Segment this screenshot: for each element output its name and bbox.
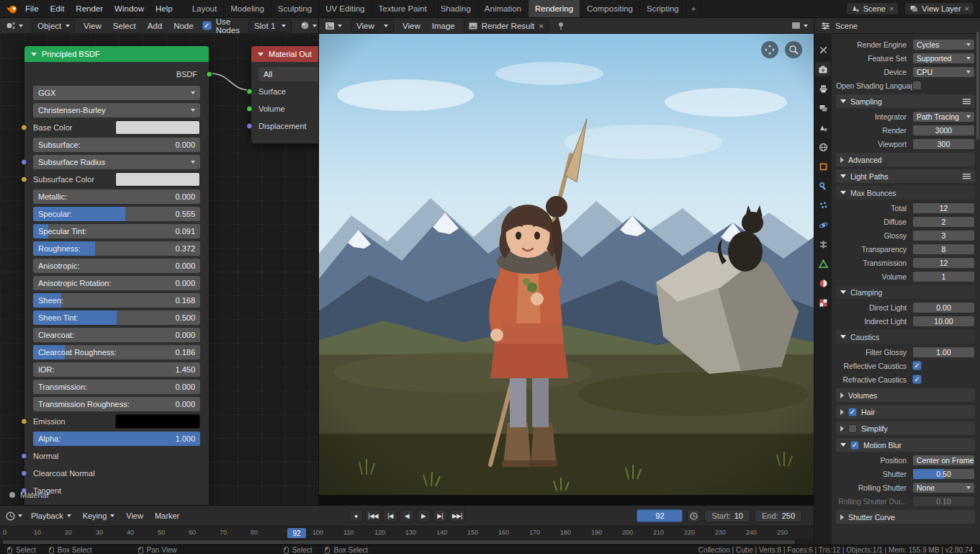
principled-bsdf-node[interactable]: Principled BSDF BSDF GGXChristensen-Burl… [24,45,210,505]
node-row-sheen-tint[interactable]: Sheen Tint:0.500 [33,310,200,325]
node-row-anisotropic-rotation[interactable]: Anisotropic Rotation:0.000 [33,276,200,290]
color-socket[interactable] [21,177,27,183]
collapse-arrow-icon[interactable] [31,53,37,56]
material-preview-button[interactable] [300,21,317,30]
image-unlink-button[interactable]: × [539,22,544,30]
dropdown-device[interactable]: CPU [912,66,975,78]
tab-physics[interactable] [815,218,831,232]
shader-editor-type-button[interactable] [6,21,23,30]
vector-socket[interactable] [21,470,27,477]
panel-light-paths[interactable]: Light Paths [836,169,975,183]
color-swatch[interactable] [115,172,200,187]
principled-node-header[interactable]: Principled BSDF [24,46,209,62]
node-row-clearcoat-roughness[interactable]: Clearcoat Roughness:0.186 [33,345,200,359]
view-layer-unlink-button[interactable]: × [965,4,969,13]
node-row-christensen-burley[interactable]: Christensen-Burley [33,103,200,117]
bsdf-output-socket[interactable] [206,71,212,78]
node-row-specular-tint[interactable]: Specular Tint:0.091 [33,224,200,238]
number-indirect-light[interactable]: 10.00 [912,316,975,327]
panel-shutter-curve[interactable]: Shutter Curve [836,510,975,524]
number-glossy[interactable]: 3 [912,230,975,241]
node-row-ior[interactable]: IOR:1.450 [33,362,200,377]
menu-render[interactable]: Render [76,4,103,13]
node-row-anisotropic[interactable]: Anisotropic:0.000 [33,259,200,273]
node-row-transmission-roughness[interactable]: Transmission Roughness:0.000 [33,397,200,411]
tab-tool[interactable] [815,43,831,57]
tab-particles[interactable] [815,198,831,213]
shader-menu-select[interactable]: Select [113,22,136,30]
number-rolling-shutter-dur[interactable]: 0.10 [912,496,975,507]
vector-socket[interactable] [246,123,253,130]
vector-socket[interactable] [21,159,27,166]
panel-sampling[interactable]: Sampling [836,94,975,108]
render-slot-button[interactable] [791,22,808,30]
transport-button-5[interactable]: ▶| [433,509,447,522]
checkbox-reflective-caustics[interactable]: ✓ [912,361,922,370]
blender-logo-icon[interactable] [6,4,18,14]
workspace-tab-uv-editing[interactable]: UV Editing [319,0,372,17]
number-transparency[interactable]: 8 [912,244,975,255]
output-target-dropdown[interactable]: All [259,67,318,81]
transport-button-6[interactable]: ▶▶| [449,509,465,522]
checkbox-simplify[interactable] [848,424,857,433]
use-nodes-checkbox[interactable]: ✓ [202,21,212,30]
shader-canvas[interactable]: Principled BSDF BSDF GGXChristensen-Burl… [0,34,318,505]
tab-object-data[interactable] [815,256,831,271]
node-row-subsurface[interactable]: Subsurface:0.000 [33,138,200,152]
dropdown-integrator[interactable]: Path Tracing [912,111,975,122]
number-transmission[interactable]: 12 [912,257,975,269]
material-slot-dropdown[interactable]: Slot 1 [248,19,292,32]
material-output-node[interactable]: Material Out All SurfaceVolumeDisplaceme… [251,45,318,144]
workspace-tab-texture-paint[interactable]: Texture Paint [372,0,434,17]
timeline-menu-marker[interactable]: Marker [155,511,179,520]
tab-texture[interactable] [815,295,831,310]
scene-selector[interactable]: Scene × [846,2,899,15]
number-render[interactable]: 3000 [912,125,975,136]
workspace-tab-animation[interactable]: Animation [478,0,529,17]
pan-view-gizmo[interactable] [761,41,778,58]
number-filter-glossy[interactable]: 1.00 [912,347,975,358]
transport-button-3[interactable]: ◀ [400,509,414,522]
dropdown-rolling-shutter[interactable]: None [912,482,975,493]
node-row-sheen[interactable]: Sheen:0.168 [33,293,200,308]
tab-constraints[interactable] [815,237,831,251]
tab-modifiers[interactable] [815,179,831,193]
color-socket[interactable] [21,419,27,425]
timeline-editor-type-button[interactable] [6,511,22,521]
color-socket[interactable] [21,125,27,131]
transport-button-1[interactable]: |◀◀ [365,509,381,522]
transport-button-0[interactable]: ● [349,509,363,522]
timeline-menu-playback[interactable]: Playback [31,511,71,520]
dropdown-render-engine[interactable]: Cycles [912,39,975,50]
node-row-clearcoat[interactable]: Clearcoat:0.000 [33,328,200,342]
scene-unlink-button[interactable]: × [889,4,894,13]
dropdown-feature-set[interactable]: Supported [912,53,975,64]
workspace-tab-compositing[interactable]: Compositing [580,0,640,17]
tab-output[interactable] [815,81,831,96]
timeline-ruler[interactable]: 92 0102030405060708010011012013014015016… [0,526,814,539]
presets-icon[interactable] [963,99,971,104]
timeline-menu-view[interactable]: View [126,511,143,520]
shader-socket[interactable] [246,89,253,95]
number-total[interactable]: 12 [912,202,975,214]
image-menu-view[interactable]: View [403,22,421,30]
node-row-metallic[interactable]: Metallic:0.000 [33,189,200,204]
panel-caustics[interactable]: Caustics [836,330,975,344]
workspace-tab-rendering[interactable]: Rendering [529,0,580,17]
node-row-base-color[interactable]: Base Color [33,120,200,135]
menu-edit[interactable]: Edit [50,4,65,13]
frame-end-field[interactable]: End: 250 [755,509,802,522]
image-menu-image[interactable]: Image [432,22,455,30]
panel-advanced[interactable]: Advanced [836,153,975,166]
tab-world[interactable] [815,140,831,154]
menu-help[interactable]: Help [156,4,173,13]
node-row-emission[interactable]: Emission [33,414,200,429]
shader-menu-add[interactable]: Add [148,22,162,30]
current-frame-field[interactable]: 92 [637,509,683,522]
workspace-tab-shading[interactable]: Shading [434,0,478,17]
workspace-tab-modeling[interactable]: Modeling [224,0,271,17]
checkbox-motion-blur[interactable]: ✓ [850,441,859,450]
tab-render[interactable] [815,62,831,76]
collapse-arrow-icon[interactable] [258,53,264,56]
color-swatch[interactable] [115,120,200,135]
